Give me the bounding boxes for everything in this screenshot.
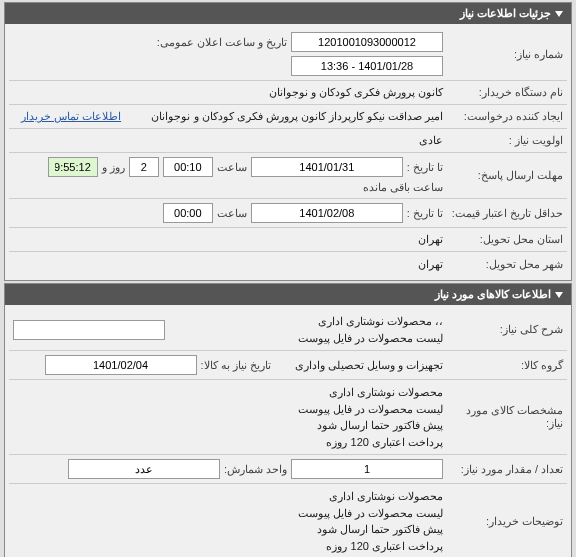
remaining-time-input[interactable] — [48, 157, 98, 177]
row-delivery-city: شهر محل تحویل: تهران — [9, 252, 567, 276]
qty-area: واحد شمارش: — [9, 457, 447, 481]
announce-date-input[interactable] — [291, 56, 443, 76]
requester-label: ایجاد کننده درخواست: — [447, 108, 567, 125]
spec-area: محصولات نوشتاری اداری لیست محصولات در فا… — [9, 382, 447, 452]
buyer-org-value: کانون پرورش فکری کودکان و نوجوانان — [269, 86, 443, 99]
announce-date-label: تاریخ و ساعت اعلان عمومی: — [157, 36, 287, 49]
overview-extra-input[interactable] — [13, 320, 165, 340]
need-date-input[interactable] — [45, 355, 197, 375]
need-details-title: جزئیات اطلاعات نیاز — [460, 7, 551, 20]
row-group: گروه کالا: تجهیزات و وسایل تحصیلی واداری… — [9, 351, 567, 380]
spec-label: مشخصات کالای مورد نیاز: — [447, 402, 567, 432]
need-number-area: تاریخ و ساعت اعلان عمومی: — [9, 30, 447, 78]
min-validity-to-date: تا تاریخ : — [407, 207, 443, 220]
deadline-label: مهلت ارسال پاسخ: — [447, 167, 567, 184]
delivery-city-label: شهر محل تحویل: — [447, 256, 567, 273]
to-date-label: تا تاریخ : — [407, 161, 443, 174]
goods-info-title: اطلاعات کالاهای مورد نیاز — [435, 288, 551, 301]
remaining-label: ساعت باقی مانده — [363, 181, 443, 194]
min-validity-date-input[interactable] — [251, 203, 403, 223]
buyer-org-area: کانون پرورش فکری کودکان و نوجوانان — [9, 84, 447, 101]
row-need-number: شماره نیاز: تاریخ و ساعت اعلان عمومی: — [9, 28, 567, 81]
qty-input[interactable] — [291, 459, 443, 479]
group-value: تجهیزات و وسایل تحصیلی واداری — [295, 359, 443, 372]
overview-area: ،، محصولات نوشتاری اداری لیست محصولات در… — [9, 311, 447, 348]
buyer-notes-value: محصولات نوشتاری اداری لیست محصولات در فا… — [298, 488, 443, 554]
min-validity-label: حداقل تاریخ اعتبار قیمت: — [447, 205, 567, 222]
row-min-validity: حداقل تاریخ اعتبار قیمت: تا تاریخ : ساعت — [9, 199, 567, 228]
goods-info-panel: اطلاعات کالاهای مورد نیاز شرح کلی نیاز: … — [4, 283, 572, 557]
need-date-label: تاریخ نیاز به کالا: — [201, 359, 271, 372]
need-number-label: شماره نیاز: — [447, 46, 567, 63]
group-label: گروه کالا: — [447, 357, 567, 374]
chevron-down-icon — [555, 292, 563, 298]
min-validity-area: تا تاریخ : ساعت — [9, 201, 447, 225]
unit-input[interactable] — [68, 459, 220, 479]
row-requester: ایجاد کننده درخواست: امیر صداقت نیکو کار… — [9, 105, 567, 129]
spec-value: محصولات نوشتاری اداری لیست محصولات در فا… — [298, 384, 443, 450]
row-delivery-province: استان محل تحویل: تهران — [9, 228, 567, 252]
group-area: تجهیزات و وسایل تحصیلی واداری تاریخ نیاز… — [9, 353, 447, 377]
deadline-date-input[interactable] — [251, 157, 403, 177]
row-spec: مشخصات کالای مورد نیاز: محصولات نوشتاری … — [9, 380, 567, 455]
min-validity-time-input[interactable] — [163, 203, 213, 223]
delivery-city-value: تهران — [418, 258, 443, 271]
delivery-province-value: تهران — [418, 233, 443, 246]
buyer-contact-link[interactable]: اطلاعات تماس خریدار — [13, 110, 121, 123]
need-number-input[interactable] — [291, 32, 443, 52]
need-details-body: شماره نیاز: تاریخ و ساعت اعلان عمومی: نا… — [5, 24, 571, 280]
deadline-time-input[interactable] — [163, 157, 213, 177]
need-details-panel: جزئیات اطلاعات نیاز شماره نیاز: تاریخ و … — [4, 2, 572, 281]
row-priority: اولویت نیاز : عادی — [9, 129, 567, 153]
requester-value: امیر صداقت نیکو کارپرداز کانون پرورش فکر… — [151, 110, 443, 123]
days-count-input[interactable] — [129, 157, 159, 177]
buyer-notes-area: محصولات نوشتاری اداری لیست محصولات در فا… — [9, 486, 447, 556]
overview-label: شرح کلی نیاز: — [447, 321, 567, 338]
min-validity-time-label: ساعت — [217, 207, 247, 220]
buyer-notes-label: توضیحات خریدار: — [447, 513, 567, 530]
row-deadline: مهلت ارسال پاسخ: تا تاریخ : ساعت روز و س… — [9, 153, 567, 199]
delivery-province-area: تهران — [9, 231, 447, 248]
unit-label: واحد شمارش: — [224, 463, 287, 476]
deadline-area: تا تاریخ : ساعت روز و ساعت باقی مانده — [9, 155, 447, 196]
row-buyer-org: نام دستگاه خریدار: کانون پرورش فکری کودک… — [9, 81, 567, 105]
qty-label: تعداد / مقدار مورد نیاز: — [447, 461, 567, 478]
row-overview: شرح کلی نیاز: ،، محصولات نوشتاری اداری ل… — [9, 309, 567, 351]
overview-value: ،، محصولات نوشتاری اداری لیست محصولات در… — [298, 313, 443, 346]
goods-info-body: شرح کلی نیاز: ،، محصولات نوشتاری اداری ل… — [5, 305, 571, 557]
delivery-province-label: استان محل تحویل: — [447, 231, 567, 248]
requester-area: امیر صداقت نیکو کارپرداز کانون پرورش فکر… — [9, 108, 447, 125]
goods-info-header[interactable]: اطلاعات کالاهای مورد نیاز — [5, 284, 571, 305]
days-and-label: روز و — [102, 161, 125, 174]
deadline-time-label: ساعت — [217, 161, 247, 174]
chevron-down-icon — [555, 11, 563, 17]
row-qty: تعداد / مقدار مورد نیاز: واحد شمارش: — [9, 455, 567, 484]
buyer-org-label: نام دستگاه خریدار: — [447, 84, 567, 101]
delivery-city-area: تهران — [9, 256, 447, 273]
need-details-header[interactable]: جزئیات اطلاعات نیاز — [5, 3, 571, 24]
priority-label: اولویت نیاز : — [447, 132, 567, 149]
priority-value: عادی — [419, 134, 443, 147]
priority-area: عادی — [9, 132, 447, 149]
row-buyer-notes: توضیحات خریدار: محصولات نوشتاری اداری لی… — [9, 484, 567, 557]
